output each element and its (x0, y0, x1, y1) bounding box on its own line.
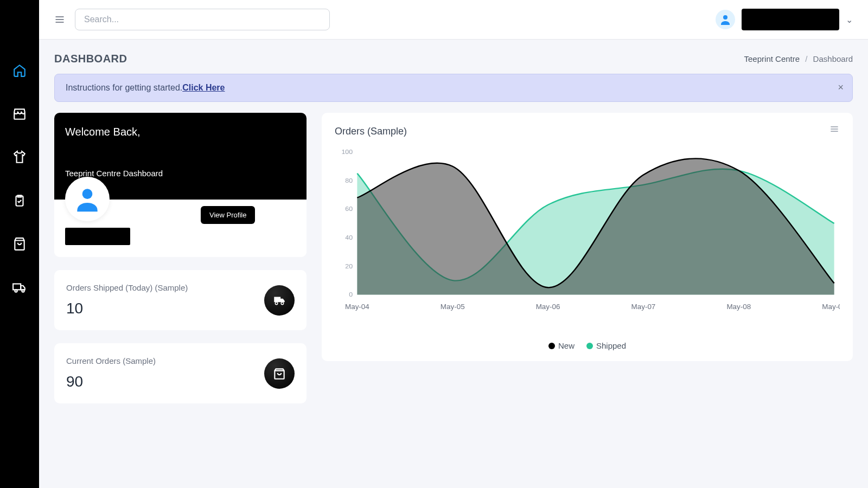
svg-text:80: 80 (345, 177, 353, 184)
topbar: ⌄ (39, 0, 868, 40)
topbar-user-menu[interactable]: ⌄ (716, 9, 853, 30)
store-icon (12, 107, 27, 121)
shopping-bag-icon (12, 237, 27, 251)
svg-text:100: 100 (341, 149, 353, 156)
stat-value: 10 (66, 300, 188, 317)
breadcrumb: Teeprint Centre / Dashboard (744, 54, 853, 63)
page-title: DASHBOARD (54, 53, 127, 65)
svg-text:May-07: May-07 (631, 303, 656, 310)
sidebar (0, 0, 39, 488)
svg-text:40: 40 (345, 234, 353, 241)
main: ⌄ DASHBOARD Teeprint Centre / Dashboard … (39, 0, 868, 488)
welcome-bottom: View Profile (54, 200, 307, 257)
svg-text:0: 0 (349, 291, 353, 298)
chevron-down-icon[interactable]: ⌄ (846, 15, 853, 25)
avatar-small (716, 10, 735, 29)
sidebar-item-orders[interactable] (9, 190, 30, 211)
sidebar-item-store[interactable] (9, 103, 30, 125)
avatar (65, 177, 110, 221)
stat-card-shipped-today: Orders Shipped (Today) (Sample) 10 (54, 270, 307, 330)
svg-point-9 (275, 302, 277, 304)
legend-dot-new (548, 343, 555, 349)
svg-point-2 (15, 290, 17, 292)
left-column: Welcome Back, Teeprint Centre Dashboard … (54, 113, 307, 403)
home-icon (12, 63, 27, 78)
shopping-bag-icon (272, 367, 286, 381)
welcome-title: Welcome Back, (65, 126, 296, 138)
welcome-subtitle: Teeprint Centre Dashboard (65, 169, 296, 178)
svg-rect-1 (13, 284, 21, 290)
content: DASHBOARD Teeprint Centre / Dashboard In… (39, 40, 868, 488)
svg-text:May-08: May-08 (726, 303, 751, 310)
chart-card: Orders (Sample) 020406080100May-04May-05… (322, 113, 853, 361)
legend-shipped[interactable]: Shipped (586, 341, 626, 350)
menu-icon (54, 14, 65, 25)
alert-text: Instructions for getting started. (66, 83, 182, 93)
stat-label: Current Orders (Sample) (66, 356, 156, 365)
stat-label: Orders Shipped (Today) (Sample) (66, 283, 188, 292)
legend-label-new: New (558, 341, 575, 350)
svg-point-10 (281, 302, 283, 304)
close-icon[interactable]: × (838, 82, 844, 93)
dashboard-grid: Welcome Back, Teeprint Centre Dashboard … (54, 113, 853, 403)
clipboard-check-icon (12, 194, 27, 208)
stat-icon-orders (264, 358, 295, 389)
truck-icon (12, 280, 27, 294)
sidebar-toggle[interactable] (54, 14, 65, 25)
chart-legend: New Shipped (335, 341, 840, 350)
sidebar-item-shipping[interactable] (9, 277, 30, 298)
legend-label-shipped: Shipped (596, 341, 626, 350)
stat-card-current-orders: Current Orders (Sample) 90 (54, 343, 307, 403)
svg-point-8 (82, 189, 93, 199)
alert-banner: Instructions for getting started. Click … (54, 74, 853, 102)
svg-text:May-09: May-09 (822, 303, 840, 310)
username-redacted-card (65, 228, 130, 245)
welcome-card: Welcome Back, Teeprint Centre Dashboard … (54, 113, 307, 257)
legend-dot-shipped (586, 343, 593, 349)
chart-body: 020406080100May-04May-05May-06May-07May-… (335, 147, 840, 337)
alert-link[interactable]: Click Here (182, 83, 225, 93)
page-header: DASHBOARD Teeprint Centre / Dashboard (54, 53, 853, 65)
user-icon (72, 184, 103, 214)
svg-point-7 (723, 15, 727, 20)
orders-chart: 020406080100May-04May-05May-06May-07May-… (335, 147, 840, 315)
breadcrumb-current: Dashboard (813, 54, 853, 63)
sidebar-item-home[interactable] (9, 60, 30, 81)
svg-text:May-06: May-06 (536, 303, 560, 310)
shirt-icon (12, 150, 27, 164)
sidebar-item-products[interactable] (9, 146, 30, 168)
chart-title: Orders (Sample) (335, 126, 840, 137)
chart-menu-button[interactable] (829, 124, 840, 137)
stat-value: 90 (66, 373, 156, 390)
username-redacted (742, 9, 839, 30)
breadcrumb-separator: / (805, 54, 807, 63)
svg-point-3 (22, 290, 24, 292)
sidebar-item-shopping[interactable] (9, 233, 30, 255)
svg-text:60: 60 (345, 206, 353, 213)
legend-new[interactable]: New (548, 341, 575, 350)
svg-text:20: 20 (345, 262, 353, 269)
menu-icon (829, 124, 840, 134)
svg-text:May-04: May-04 (345, 303, 369, 310)
svg-text:May-05: May-05 (441, 303, 465, 310)
search-input[interactable] (75, 9, 330, 30)
view-profile-button[interactable]: View Profile (201, 206, 255, 224)
breadcrumb-parent[interactable]: Teeprint Centre (744, 54, 800, 63)
stat-icon-shipped (264, 285, 295, 316)
truck-icon (272, 293, 286, 307)
user-icon (719, 13, 732, 26)
right-column: Orders (Sample) 020406080100May-04May-05… (322, 113, 853, 403)
